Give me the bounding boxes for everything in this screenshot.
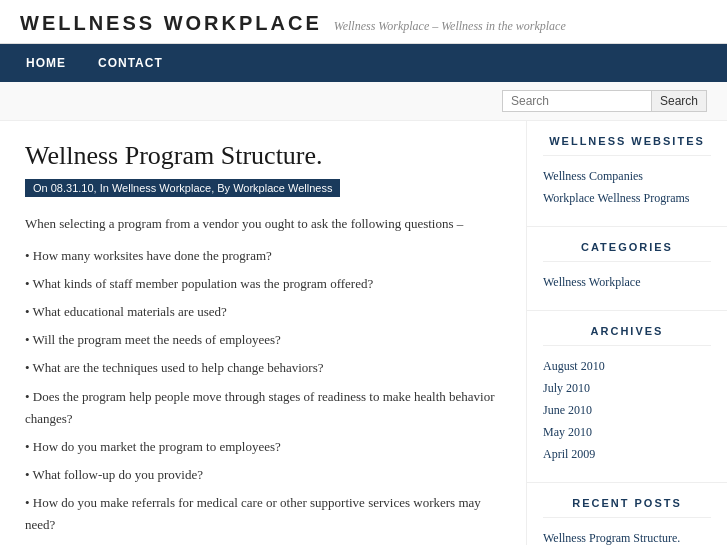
bullet-item: • What are the techniques used to help c…	[25, 357, 501, 379]
workplace-wellness-programs-link[interactable]: Workplace Wellness Programs	[543, 191, 689, 205]
list-item: Workplace Wellness Programs	[543, 190, 711, 206]
search-button[interactable]: Search	[652, 90, 707, 112]
archive-jun-2010-link[interactable]: June 2010	[543, 403, 592, 417]
bullet-item: • How do you make referrals for medical …	[25, 492, 501, 536]
archive-may-2010-link[interactable]: May 2010	[543, 425, 592, 439]
list-item: July 2010	[543, 380, 711, 396]
list-item: Wellness Workplace	[543, 274, 711, 290]
list-item: April 2009	[543, 446, 711, 462]
list-item: Wellness Companies	[543, 168, 711, 184]
categories-title: CATEGORIES	[543, 241, 711, 262]
recent-posts-title: RECENT POSTS	[543, 497, 711, 518]
site-title-area: WELLNESS WORKPLACE Wellness Workplace – …	[20, 12, 707, 35]
list-item: May 2010	[543, 424, 711, 440]
categories-list: Wellness Workplace	[543, 274, 711, 290]
archive-aug-2010-link[interactable]: August 2010	[543, 359, 605, 373]
archive-apr-2009-link[interactable]: April 2009	[543, 447, 595, 461]
main-layout: Wellness Program Structure. On 08.31.10,…	[0, 121, 727, 545]
archives-widget: ARCHIVES August 2010 July 2010 June 2010…	[527, 311, 727, 483]
archives-title: ARCHIVES	[543, 325, 711, 346]
bullet-item: • Will the program meet the needs of emp…	[25, 329, 501, 351]
site-title: WELLNESS WORKPLACE	[20, 12, 322, 35]
post-intro: When selecting a program from a vendor y…	[25, 213, 501, 235]
nav-list: HOME CONTACT	[0, 44, 727, 82]
post-title: Wellness Program Structure.	[25, 141, 501, 171]
bullet-item: • Does the program help people move thro…	[25, 386, 501, 430]
bullet-item: • How do you market the program to emplo…	[25, 436, 501, 458]
nav-link-contact[interactable]: CONTACT	[82, 44, 179, 82]
wellness-websites-list: Wellness Companies Workplace Wellness Pr…	[543, 168, 711, 206]
wellness-websites-title: WELLNESS WEBSITES	[543, 135, 711, 156]
archives-list: August 2010 July 2010 June 2010 May 2010…	[543, 358, 711, 462]
site-header: WELLNESS WORKPLACE Wellness Workplace – …	[0, 0, 727, 44]
nav-link-home[interactable]: HOME	[10, 44, 82, 82]
site-tagline: Wellness Workplace – Wellness in the wor…	[334, 19, 566, 34]
categories-widget: CATEGORIES Wellness Workplace	[527, 227, 727, 311]
bullet-item: • What kinds of staff member population …	[25, 273, 501, 295]
recent-post-link[interactable]: Wellness Program Structure.	[543, 531, 680, 545]
wellness-companies-link[interactable]: Wellness Companies	[543, 169, 643, 183]
bullet-item: • What educational materials are used?	[25, 301, 501, 323]
list-item: Wellness Program Structure.	[543, 530, 711, 545]
nav-item-home[interactable]: HOME	[10, 44, 82, 82]
nav-item-contact[interactable]: CONTACT	[82, 44, 179, 82]
bullet-item: • What follow-up do you provide?	[25, 464, 501, 486]
archive-jul-2010-link[interactable]: July 2010	[543, 381, 590, 395]
recent-posts-widget: RECENT POSTS Wellness Program Structure.	[527, 483, 727, 545]
content-area: Wellness Program Structure. On 08.31.10,…	[0, 121, 527, 545]
category-wellness-workplace-link[interactable]: Wellness Workplace	[543, 275, 640, 289]
recent-posts-list: Wellness Program Structure.	[543, 530, 711, 545]
bullet-item: • How many worksites have done the progr…	[25, 245, 501, 267]
nav-bar: HOME CONTACT	[0, 44, 727, 82]
search-bar: Search	[0, 82, 727, 121]
list-item: June 2010	[543, 402, 711, 418]
post-meta: On 08.31.10, In Wellness Workplace, By W…	[25, 179, 340, 197]
list-item: August 2010	[543, 358, 711, 374]
post-content: When selecting a program from a vendor y…	[25, 213, 501, 545]
search-input[interactable]	[502, 90, 652, 112]
wellness-websites-widget: WELLNESS WEBSITES Wellness Companies Wor…	[527, 121, 727, 227]
sidebar: WELLNESS WEBSITES Wellness Companies Wor…	[527, 121, 727, 545]
